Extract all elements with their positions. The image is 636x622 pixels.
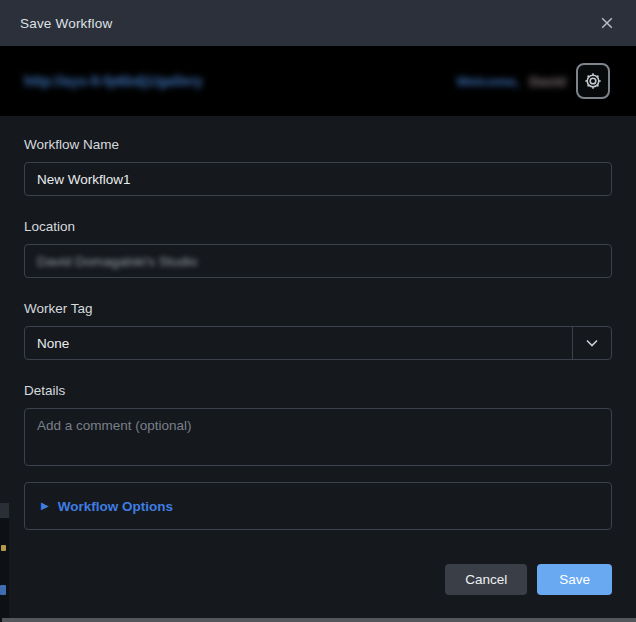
- workflow-options-expander[interactable]: ▶ Workflow Options: [24, 482, 612, 530]
- cancel-button[interactable]: Cancel: [445, 564, 527, 595]
- background-window-fragment: [0, 503, 9, 518]
- worker-tag-dropdown[interactable]: None: [24, 326, 612, 360]
- background-icon-fragment-blue: [0, 585, 6, 595]
- workflow-name-label: Workflow Name: [24, 137, 612, 152]
- save-workflow-dialog: Save Workflow http://ays-lt-fp6bdj1/gall…: [0, 0, 636, 622]
- expand-arrow-icon: ▶: [41, 501, 49, 511]
- close-icon: [599, 15, 615, 31]
- workflow-options-label: Workflow Options: [58, 499, 173, 514]
- dialog-body: Workflow Name Location David Domagalski'…: [0, 116, 636, 595]
- dialog-title: Save Workflow: [20, 16, 112, 31]
- location-label: Location: [24, 219, 612, 234]
- banner-user-area: Welcome, David: [456, 63, 610, 99]
- details-label: Details: [24, 383, 612, 398]
- background-icon-fragment-yellow: [1, 545, 6, 551]
- workflow-name-field[interactable]: [24, 162, 612, 196]
- workflow-name-input[interactable]: [37, 172, 599, 187]
- save-button[interactable]: Save: [537, 564, 612, 595]
- dialog-titlebar: Save Workflow: [0, 0, 636, 46]
- dialog-footer: Cancel Save: [24, 564, 612, 595]
- settings-button[interactable]: [576, 63, 610, 99]
- gear-icon: [582, 70, 604, 92]
- welcome-label: Welcome,: [456, 74, 519, 89]
- details-textarea[interactable]: [25, 409, 611, 465]
- worker-tag-dropdown-toggle[interactable]: [572, 327, 611, 359]
- chevron-down-icon: [584, 335, 600, 351]
- worker-tag-label: Worker Tag: [24, 301, 612, 316]
- details-field[interactable]: [24, 408, 612, 466]
- location-value: David Domagalski's Studio: [37, 254, 197, 269]
- close-button[interactable]: [596, 12, 618, 34]
- worker-tag-selected-value: None: [37, 336, 69, 351]
- username-label: David: [529, 74, 566, 89]
- background-window-sliver: [0, 503, 9, 622]
- gallery-banner: http://ays-lt-fp6bdj1/gallery Welcome, D…: [0, 46, 636, 116]
- location-field[interactable]: David Domagalski's Studio: [24, 244, 612, 278]
- gallery-url-link[interactable]: http://ays-lt-fp6bdj1/gallery: [24, 73, 203, 89]
- background-window-bottom-edge: [2, 618, 636, 622]
